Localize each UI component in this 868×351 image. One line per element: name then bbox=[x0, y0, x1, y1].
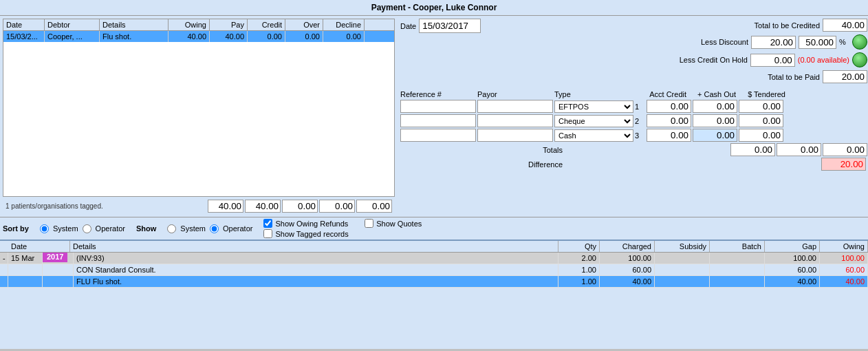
total-cash-out[interactable] bbox=[777, 143, 821, 156]
qty-3: 1.00 bbox=[558, 276, 600, 287]
sort-operator-radio[interactable] bbox=[83, 224, 91, 233]
total-over[interactable] bbox=[319, 200, 355, 213]
less-discount-label: Less Discount bbox=[659, 38, 748, 46]
difference-value[interactable] bbox=[821, 158, 866, 171]
ref-input-2[interactable] bbox=[400, 114, 476, 127]
dh-subsidy: Subsidy bbox=[655, 241, 710, 252]
col-header-owing: Owing bbox=[169, 19, 210, 30]
show-group: System Operator bbox=[167, 224, 252, 233]
show-quotes-label: Show Quotes bbox=[376, 220, 422, 228]
acct-credit-3[interactable] bbox=[647, 129, 691, 142]
type-select-2[interactable]: ChequeEFTPOSCash bbox=[554, 115, 633, 127]
total-acct-credit[interactable] bbox=[730, 143, 775, 156]
show-quotes-checkbox[interactable] bbox=[365, 219, 373, 228]
row-details: Flu shot. bbox=[100, 31, 169, 42]
details-1: (INV:93) bbox=[74, 253, 558, 264]
date-section: Date bbox=[400, 19, 481, 33]
ph-tendered: $ Tendered bbox=[737, 90, 785, 98]
show-tagged-records-label: Show Tagged records bbox=[275, 230, 348, 238]
subsidy-1 bbox=[655, 253, 710, 264]
ph-acct-credit: Acct Credit bbox=[638, 90, 686, 98]
owing-3: 40.00 bbox=[820, 276, 868, 287]
date-label: Date bbox=[400, 22, 416, 30]
right-panel: Date Total to be Credited Less Discount … bbox=[398, 19, 867, 214]
show-label: Show bbox=[136, 224, 156, 233]
total-credit[interactable] bbox=[282, 200, 318, 213]
checkboxes-group: Show Owing Refunds Show Quotes Show Tagg… bbox=[263, 219, 422, 238]
detail-row-1[interactable]: - 15 Mar 2017 (INV:93) 2.00 100.00 100.0… bbox=[0, 253, 868, 264]
row-over: 0.00 bbox=[285, 31, 323, 42]
less-discount-input[interactable] bbox=[751, 36, 796, 49]
cash-out-3[interactable] bbox=[693, 129, 737, 142]
payor-input-2[interactable] bbox=[477, 114, 553, 127]
sort-system-radio[interactable] bbox=[40, 224, 49, 233]
gap-3: 40.00 bbox=[765, 276, 820, 287]
type-select-3[interactable]: CashEFTPOSCheque bbox=[554, 129, 633, 142]
type-select-1[interactable]: EFTPOSChequeCash bbox=[554, 100, 633, 113]
payment-row-3: CashEFTPOSCheque 3 bbox=[400, 129, 867, 142]
year-cell-1: 2017 bbox=[43, 253, 74, 264]
total-to-be-paid-input[interactable] bbox=[823, 70, 867, 83]
invoice-table-body[interactable]: 15/03/2... Cooper, ... Flu shot. 40.00 4… bbox=[3, 31, 394, 196]
total-decline[interactable] bbox=[356, 200, 392, 213]
table-row[interactable]: 15/03/2... Cooper, ... Flu shot. 40.00 4… bbox=[3, 31, 394, 42]
col-header-credit: Credit bbox=[248, 19, 285, 30]
total-tendered[interactable] bbox=[823, 143, 867, 156]
acct-credit-2[interactable] bbox=[647, 114, 691, 127]
discount-pct-input[interactable] bbox=[799, 36, 836, 49]
available-text: (0.00 available) bbox=[798, 56, 849, 64]
tendered-1[interactable] bbox=[739, 100, 783, 113]
totals-row: 1 patients/organisations tagged. bbox=[3, 198, 395, 214]
show-tagged-records-checkbox[interactable] bbox=[263, 229, 272, 238]
col-header-details: Details bbox=[100, 19, 169, 30]
row-owing: 40.00 bbox=[169, 31, 210, 42]
total-owing[interactable] bbox=[208, 200, 243, 213]
col-header-pay: Pay bbox=[210, 19, 248, 30]
ph-cash-out: + Cash Out bbox=[688, 90, 736, 98]
dh-owing: Owing bbox=[820, 241, 868, 252]
year-cell-3 bbox=[43, 276, 74, 287]
subsidy-3 bbox=[655, 276, 710, 287]
difference-row: Difference bbox=[400, 158, 867, 171]
show-operator-radio[interactable] bbox=[210, 224, 219, 233]
payment-row-2: ChequeEFTPOSCash 2 bbox=[400, 114, 867, 127]
ref-input-3[interactable] bbox=[400, 129, 476, 142]
payment-section: Reference # Payor Type Acct Credit + Cas… bbox=[400, 89, 867, 171]
cash-out-2[interactable] bbox=[693, 114, 737, 127]
show-system-radio[interactable] bbox=[167, 224, 176, 233]
arrow-2 bbox=[0, 264, 8, 275]
less-credit-on-hold-input[interactable] bbox=[750, 54, 795, 67]
detail-table-body[interactable]: - 15 Mar 2017 (INV:93) 2.00 100.00 100.0… bbox=[0, 253, 868, 288]
total-pay[interactable] bbox=[245, 200, 281, 213]
less-credit-on-hold-label: Less Credit On Hold bbox=[658, 56, 748, 64]
credit-on-hold-green-btn[interactable] bbox=[852, 52, 867, 67]
ref-input-1[interactable] bbox=[400, 100, 476, 113]
sort-operator-label: Operator bbox=[96, 224, 125, 233]
detail-table-header: Date Details Qty Charged Subsidy Batch G… bbox=[0, 241, 868, 253]
payor-input-3[interactable] bbox=[477, 129, 553, 142]
detail-row-3[interactable]: FLU Flu shot. 1.00 40.00 40.00 40.00 bbox=[0, 276, 868, 288]
acct-credit-1[interactable] bbox=[647, 100, 691, 113]
sort-by-label: Sort by bbox=[3, 224, 29, 233]
year-cell-2 bbox=[43, 264, 74, 275]
detail-row-2[interactable]: CON Standard Consult. 1.00 60.00 60.00 6… bbox=[0, 264, 868, 276]
row-decline: 0.00 bbox=[323, 31, 365, 42]
invoice-table-header: Date Debtor Details Owing Pay Credit Ove… bbox=[3, 19, 394, 31]
details-3: FLU Flu shot. bbox=[74, 276, 558, 287]
date-3 bbox=[8, 276, 43, 287]
tendered-2[interactable] bbox=[739, 114, 783, 127]
total-credited-input[interactable] bbox=[823, 19, 867, 32]
discount-green-btn[interactable] bbox=[852, 34, 867, 50]
row-date: 15/03/2... bbox=[3, 31, 45, 42]
invoice-panel: Date Debtor Details Owing Pay Credit Ove… bbox=[3, 19, 395, 214]
date-input[interactable] bbox=[419, 19, 481, 33]
details-2: CON Standard Consult. bbox=[74, 264, 558, 275]
charged-2: 60.00 bbox=[600, 264, 655, 275]
show-owing-refunds-checkbox[interactable] bbox=[263, 219, 272, 228]
tendered-3[interactable] bbox=[739, 129, 783, 142]
payor-input-1[interactable] bbox=[477, 100, 553, 113]
owing-1: 100.00 bbox=[820, 253, 868, 264]
row-credit: 0.00 bbox=[248, 31, 285, 42]
row-pay: 40.00 bbox=[210, 31, 248, 42]
cash-out-1[interactable] bbox=[693, 100, 737, 113]
